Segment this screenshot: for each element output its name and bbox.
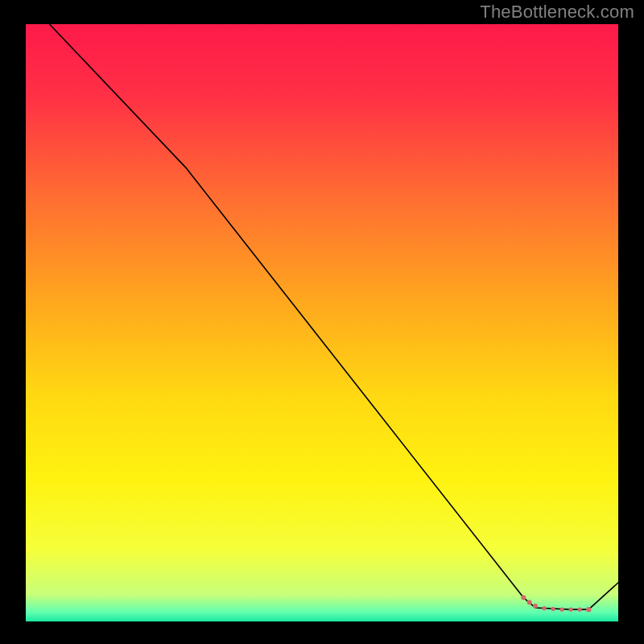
- marker-dot: [521, 595, 526, 600]
- chart-frame: TheBottleneck.com: [0, 0, 644, 644]
- marker-dot: [578, 608, 582, 612]
- marker-dot: [533, 604, 538, 609]
- marker-dot: [569, 608, 573, 612]
- plot-area: [26, 24, 618, 621]
- bottleneck-chart: [26, 24, 618, 621]
- marker-dot: [559, 608, 564, 612]
- watermark-label: TheBottleneck.com: [480, 2, 634, 23]
- marker-dot: [542, 606, 546, 610]
- gradient-background: [26, 24, 618, 621]
- marker-dot: [527, 600, 532, 605]
- marker-dot: [551, 607, 555, 611]
- marker-dot: [586, 607, 591, 612]
